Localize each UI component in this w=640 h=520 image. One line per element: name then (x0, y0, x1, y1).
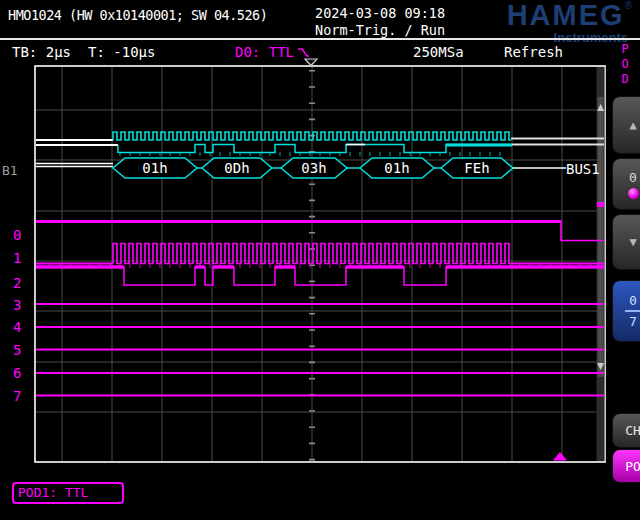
bus-decode-row: 01h 0Dh 03h 01h FEh BUS1 B1 (2, 158, 600, 178)
channel-label-5: 5 (13, 342, 21, 358)
range-top: 0 (629, 293, 637, 308)
digital-traces (36, 222, 604, 396)
channel-labels: 0 1 2 3 4 5 6 7 (13, 227, 21, 404)
bus-name-label: BUS1 (566, 161, 600, 177)
channel-select-button[interactable]: CH (612, 413, 640, 448)
bus-value: 0Dh (224, 160, 249, 176)
trigger-time-marker[interactable] (305, 59, 317, 66)
range-bottom: 7 (629, 314, 637, 329)
waveform-display: 01h 0Dh 03h 01h FEh BUS1 B1 (0, 0, 640, 520)
channel-label-3: 3 (13, 297, 21, 313)
channel-label-0: 0 (13, 227, 21, 243)
pod-select-button[interactable]: PO (612, 449, 640, 483)
channel-label-7: 7 (13, 388, 21, 404)
pod-down-button[interactable]: ▼ (612, 214, 640, 270)
bus-left-label: B1 (2, 163, 18, 178)
fraction-divider (625, 310, 640, 312)
channel-label-6: 6 (13, 365, 21, 381)
trace-d0 (36, 222, 604, 241)
pod-position-marker (597, 202, 604, 207)
bus-data-trace (36, 145, 604, 157)
trace-d2 (36, 267, 604, 285)
oscilloscope-screen: HMO1024 (HW 0x10140001; SW 04.526) 2024-… (0, 0, 640, 520)
pod-button-label: PO (625, 459, 640, 474)
pod-status-badge[interactable]: POD1: TTL (12, 482, 124, 504)
channel-button-label: CH (625, 423, 640, 438)
channel-label-4: 4 (13, 319, 21, 335)
bus-value: FEh (464, 160, 489, 176)
up-arrow-icon: ▲ (629, 118, 636, 132)
down-arrow-icon: ▼ (629, 235, 636, 249)
bus-clock-trace (36, 132, 604, 140)
bus-value: 01h (384, 160, 409, 176)
bus-value: 03h (301, 160, 326, 176)
zero-label: 0 (629, 170, 637, 185)
bottom-marker[interactable] (553, 452, 567, 461)
channel-label-1: 1 (13, 250, 21, 266)
magenta-led-icon (628, 188, 639, 199)
channel-label-2: 2 (13, 275, 21, 291)
pod-zero-button[interactable]: 0 (612, 158, 640, 210)
bus-value: 01h (142, 160, 167, 176)
pod-up-button[interactable]: ▲ (612, 96, 640, 154)
channel-range-button[interactable]: 0 7 (612, 280, 640, 342)
